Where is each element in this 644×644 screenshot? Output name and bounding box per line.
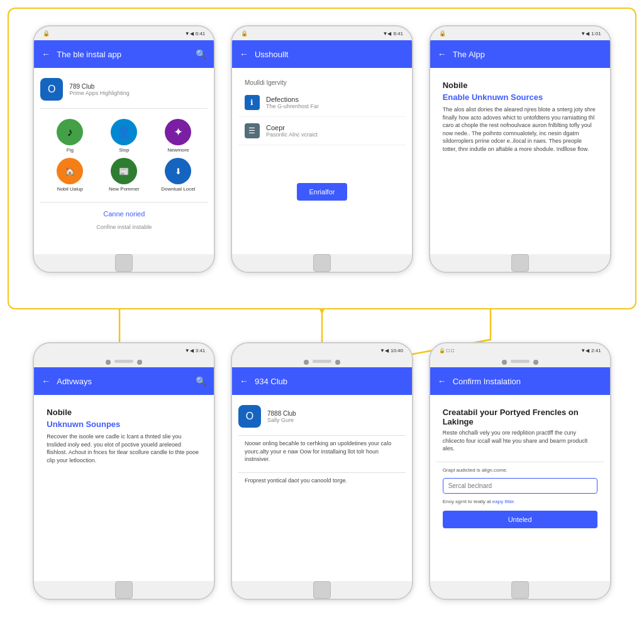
- phone-top-3-appbar: ← The Alpp: [430, 40, 610, 68]
- app-list-item: O 7888 Club Sally Gure: [238, 401, 406, 431]
- search-input[interactable]: [443, 478, 597, 494]
- phone-top-1-content: O 789 Club Prime Apps Highlighting ♪ Fig: [34, 68, 214, 239]
- speaker: [114, 360, 133, 363]
- phone-top-3-statusbar: 🔒 ▼◀ 1:01: [430, 26, 610, 40]
- phone-top-2: 🔒 ▼◀ 6:41 ← Usshoullt Moulldi Igervity ℹ: [231, 25, 413, 273]
- screen-body: Recover the isoole wre cadle ic lcant a …: [40, 433, 208, 469]
- camera-dot: [502, 360, 507, 365]
- grid-icon: 🏠: [57, 158, 83, 184]
- enable-button[interactable]: Enrialfor: [297, 183, 348, 201]
- grid-icon: ⬇: [165, 158, 191, 184]
- phone-bottom-3-statusbar: 🔒 □ □ ▼◀ 2:41: [430, 343, 610, 357]
- settings-title-0: Defections: [266, 96, 319, 103]
- main-container: 🔒 ▼◀ 6:41 ← The ble instal app 🔍 O: [0, 0, 644, 644]
- app-list-item: O 789 Club Prime Apps Highlighting: [40, 74, 208, 104]
- phone-bottom-bar: [232, 581, 412, 599]
- app-subtitle: Prime Apps Highlighting: [69, 90, 130, 96]
- appbar-title: Usshoullt: [255, 50, 404, 59]
- speaker: [313, 360, 331, 363]
- camera-dot2: [533, 360, 538, 365]
- phone-bottom-1: ▼◀ 3:41 ← Adtvways 🔍 Nobile Unknuwn Soun…: [33, 342, 215, 600]
- phone-bottom-1-statusbar: ▼◀ 3:41: [34, 343, 214, 357]
- home-button[interactable]: [511, 254, 529, 272]
- phone-top-1: 🔒 ▼◀ 6:41 ← The ble instal app 🔍 O: [33, 25, 215, 273]
- screen-heading: Nobile: [40, 401, 208, 419]
- phone-bottom-bar: [34, 254, 214, 272]
- grid-app-2: ✦ Newmore: [153, 119, 203, 153]
- appbar-title: 934 Club: [255, 377, 404, 386]
- grid-label: New Pommer: [109, 186, 139, 192]
- search-icon[interactable]: 🔍: [196, 376, 206, 386]
- back-icon[interactable]: ←: [42, 376, 50, 386]
- settings-section: Moulldi Igervity: [238, 74, 406, 89]
- settings-sub-1: Pasonlic Alnc vcraict: [266, 131, 318, 138]
- phone-bottom-bar: [430, 581, 610, 599]
- back-icon[interactable]: ←: [240, 376, 248, 386]
- filter-link[interactable]: eapy filter.: [492, 499, 515, 504]
- phone-top-3: 🔒 ▼◀ 1:01 ← The Alpp Nobile Enable Unknu…: [429, 25, 611, 273]
- settings-item-1[interactable]: ☰ Coepr Pasonlic Alnc vcraict: [238, 117, 406, 145]
- grid-app-3: 🏠 Nobil Ualup: [45, 158, 94, 192]
- phone-bottom-2-statusbar: ▼◀ 10:40: [232, 343, 412, 357]
- phone-top-2-statusbar: 🔒 ▼◀ 6:41: [232, 26, 412, 40]
- phone-bottom-2: ▼◀ 10:40 ← 934 Club O: [231, 342, 413, 600]
- camera-dot2: [137, 360, 142, 365]
- phone-top-2-content: Moulldi Igervity ℹ Defections The G-uhre…: [232, 68, 412, 213]
- small-text: Enoy sgrnt to teally at eapy filter.: [436, 497, 604, 506]
- phone-bottom-2-content: O 7888 Club Sally Gure Noowr onling beca…: [232, 395, 412, 496]
- camera-dot: [106, 360, 111, 365]
- phone-top-2-screen: ← Usshoullt Moulldi Igervity ℹ Defection…: [232, 40, 412, 254]
- top-row: 🔒 ▼◀ 6:41 ← The ble instal app 🔍 O: [13, 13, 631, 279]
- home-button[interactable]: [313, 254, 331, 272]
- back-icon[interactable]: ←: [438, 376, 447, 386]
- settings-icon-0: ℹ: [245, 95, 260, 110]
- install-button[interactable]: Unteled: [443, 511, 597, 528]
- back-icon[interactable]: ←: [240, 49, 248, 59]
- home-button[interactable]: [115, 254, 133, 272]
- statusbar-icons: ▼◀ 6:41: [185, 31, 206, 36]
- screen-body: The alos alist dories the aleared njres …: [436, 106, 604, 158]
- phone-bottom-1-content: Nobile Unknuwn Sounpes Recover the isool…: [34, 395, 214, 475]
- search-icon[interactable]: 🔍: [196, 49, 206, 59]
- appbar-title: The Alpp: [453, 50, 602, 59]
- settings-item-0[interactable]: ℹ Defections The G-uhrenhost Far: [238, 89, 406, 117]
- grid-icon: 📰: [111, 158, 137, 184]
- phone-bottom-3-appbar: ← Confirm Instalation: [430, 367, 610, 395]
- settings-title-1: Coepr: [266, 124, 318, 131]
- home-button[interactable]: [511, 581, 529, 599]
- phone-top-1-appbar: ← The ble instal app 🔍: [34, 40, 214, 68]
- screen-body: Reste ohchalli vely you ore redplition p…: [436, 429, 604, 458]
- confirm-text: Confine instal instable: [40, 221, 208, 233]
- phone-top-1-screen: ← The ble instal app 🔍 O 789 Club Prime …: [34, 40, 214, 254]
- statusbar-lock: 🔒: [43, 30, 50, 36]
- phone-top-3-screen: ← The Alpp Nobile Enable Unknuwn Sources…: [430, 40, 610, 254]
- statusbar-icons-left: 🔒 □ □: [439, 348, 454, 353]
- grid-label: Downlual Locel: [161, 186, 195, 192]
- statusbar-icons: ▼◀ 10:40: [380, 348, 403, 353]
- back-icon[interactable]: ←: [42, 49, 50, 59]
- home-button[interactable]: [313, 581, 331, 599]
- phone-bottom-bar: [430, 254, 610, 272]
- grid-app-0: ♪ Fig: [45, 119, 94, 153]
- back-icon[interactable]: ←: [438, 49, 447, 59]
- cancel-link[interactable]: Canne noried: [40, 206, 208, 221]
- home-button[interactable]: [115, 581, 133, 599]
- grid-icon: ✦: [165, 119, 191, 145]
- grid-label: Nobil Ualup: [57, 186, 83, 192]
- camera-dot2: [335, 360, 340, 365]
- divider: [40, 108, 208, 109]
- phone-top-3-content: Nobile Enable Unknuwn Sources The alos a…: [430, 68, 610, 165]
- grid-label: Fig: [67, 147, 74, 153]
- app-icon: O: [40, 78, 63, 101]
- appbar-title: The ble instal app: [57, 50, 189, 59]
- statusbar-icons: ▼◀ 2:41: [580, 348, 601, 353]
- grid-app-5: ⬇ Downlual Locel: [153, 158, 203, 192]
- phone-bottom-1-screen: ← Adtvways 🔍 Nobile Unknuwn Sounpes Reco…: [34, 367, 214, 581]
- phone-bottom-3: 🔒 □ □ ▼◀ 2:41 ← Confirm Instalation Crea…: [429, 342, 611, 600]
- statusbar-lock: 🔒: [439, 30, 446, 36]
- app-name: 789 Club: [69, 83, 130, 90]
- phone-bottom-bar: [232, 254, 412, 272]
- screen-link-heading[interactable]: Unknuwn Sounpes: [40, 419, 208, 433]
- grid-app-1: 👤 Slop: [99, 119, 148, 153]
- screen-link-heading[interactable]: Enable Unknuwn Sources: [436, 92, 604, 106]
